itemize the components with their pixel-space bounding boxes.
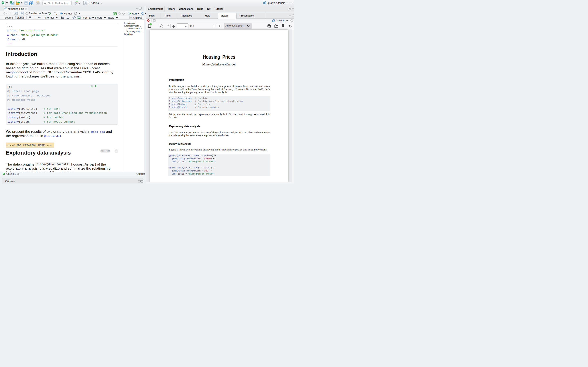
- svg-text:R: R: [264, 2, 265, 4]
- svg-text:2: 2: [66, 18, 66, 19]
- svg-text:1: 1: [66, 16, 66, 17]
- svg-text:ABC: ABC: [48, 12, 52, 13]
